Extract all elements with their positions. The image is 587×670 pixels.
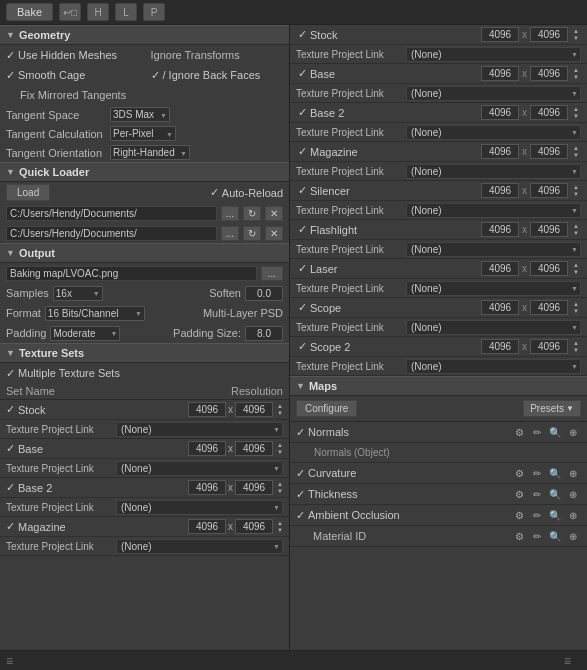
- ao-settings-icon[interactable]: ⚙: [511, 507, 527, 523]
- ts-base2-check[interactable]: ✓ Base 2: [6, 481, 52, 494]
- normals-settings-icon[interactable]: ⚙: [511, 424, 527, 440]
- rp-scope2-check[interactable]: ✓ Scope 2: [298, 340, 350, 353]
- matid-extra-icon[interactable]: ⊕: [565, 528, 581, 544]
- rp-base-check[interactable]: ✓ Base: [298, 67, 335, 80]
- rp-magazine-tpl-select[interactable]: (None): [406, 164, 581, 179]
- rp-laser-check[interactable]: ✓ Laser: [298, 262, 338, 275]
- matid-settings-icon[interactable]: ⚙: [511, 528, 527, 544]
- baking-map-input[interactable]: [6, 266, 257, 281]
- bake-button[interactable]: Bake: [6, 3, 53, 21]
- map-curvature-check[interactable]: ✓ Curvature: [296, 467, 416, 480]
- rp-base2-spinner[interactable]: ▲▼: [573, 106, 579, 120]
- matid-search-icon[interactable]: 🔍: [547, 528, 563, 544]
- bottom-icon-2[interactable]: ≡: [564, 654, 571, 668]
- output-section-header[interactable]: ▼ Output: [0, 243, 289, 263]
- rp-stock-spinner[interactable]: ▲▼: [573, 28, 579, 42]
- samples-select[interactable]: 16x 4x 8x: [53, 286, 103, 301]
- quick-loader-section-header[interactable]: ▼ Quick Loader: [0, 162, 289, 182]
- texture-sets-section-header[interactable]: ▼ Texture Sets: [0, 343, 289, 363]
- ts-magazine-spinner[interactable]: ▲▼: [277, 520, 283, 534]
- rp-magazine-w[interactable]: [481, 144, 519, 159]
- rp-silencer-tpl-select[interactable]: (None): [406, 203, 581, 218]
- rp-stock-check[interactable]: ✓ Stock: [298, 28, 338, 41]
- ql-path2-reload[interactable]: ↻: [243, 226, 261, 241]
- ql-path1-input[interactable]: [6, 206, 217, 221]
- rp-silencer-spinner[interactable]: ▲▼: [573, 184, 579, 198]
- thickness-edit-icon[interactable]: ✏: [529, 486, 545, 502]
- ts-magazine-tpl-select[interactable]: (None): [116, 539, 283, 554]
- ao-search-icon[interactable]: 🔍: [547, 507, 563, 523]
- use-hidden-meshes-check[interactable]: ✓ Use Hidden Meshes: [6, 49, 117, 62]
- rp-magazine-check[interactable]: ✓ Magazine: [298, 145, 358, 158]
- ts-base-h[interactable]: [235, 441, 273, 456]
- rp-scope-check[interactable]: ✓ Scope: [298, 301, 341, 314]
- ql-path2-browse[interactable]: ...: [221, 226, 239, 241]
- rp-magazine-spinner[interactable]: ▲▼: [573, 145, 579, 159]
- normals-extra-icon[interactable]: ⊕: [565, 424, 581, 440]
- rp-scope2-spinner[interactable]: ▲▼: [573, 340, 579, 354]
- rp-base-w[interactable]: [481, 66, 519, 81]
- soften-input[interactable]: [245, 286, 283, 301]
- map-thickness-check[interactable]: ✓ Thickness: [296, 488, 416, 501]
- rp-scope-w[interactable]: [481, 300, 519, 315]
- thickness-extra-icon[interactable]: ⊕: [565, 486, 581, 502]
- ql-path1-reload[interactable]: ↻: [243, 206, 261, 221]
- thickness-search-icon[interactable]: 🔍: [547, 486, 563, 502]
- map-matid-check[interactable]: Material ID: [296, 530, 416, 542]
- rp-flashlight-check[interactable]: ✓ Flashlight: [298, 223, 357, 236]
- rp-stock-w[interactable]: [481, 27, 519, 42]
- curvature-search-icon[interactable]: 🔍: [547, 465, 563, 481]
- rp-base-tpl-select[interactable]: (None): [406, 86, 581, 101]
- ts-base-w[interactable]: [188, 441, 226, 456]
- rp-base2-check[interactable]: ✓ Base 2: [298, 106, 344, 119]
- normals-search-icon[interactable]: 🔍: [547, 424, 563, 440]
- ts-base2-h[interactable]: [235, 480, 273, 495]
- ql-path1-browse[interactable]: ...: [221, 206, 239, 221]
- format-select[interactable]: 16 Bits/Channel 8 Bits/Channel: [45, 306, 145, 321]
- rp-flashlight-tpl-select[interactable]: (None): [406, 242, 581, 257]
- ts-stock-w[interactable]: [188, 402, 226, 417]
- load-button[interactable]: Load: [6, 184, 50, 201]
- rp-scope-tpl-select[interactable]: (None): [406, 320, 581, 335]
- ts-base2-tpl-select[interactable]: (None): [116, 500, 283, 515]
- bottom-icon-1[interactable]: ≡: [6, 654, 13, 668]
- rp-scope-spinner[interactable]: ▲▼: [573, 301, 579, 315]
- rp-base2-w[interactable]: [481, 105, 519, 120]
- curvature-settings-icon[interactable]: ⚙: [511, 465, 527, 481]
- ts-stock-h[interactable]: [235, 402, 273, 417]
- configure-button[interactable]: Configure: [296, 400, 357, 417]
- rp-laser-spinner[interactable]: ▲▼: [573, 262, 579, 276]
- tangent-space-select[interactable]: 3DS Max Maya Unity: [110, 107, 170, 122]
- rp-base2-tpl-select[interactable]: (None): [406, 125, 581, 140]
- ts-stock-check[interactable]: ✓ Stock: [6, 403, 46, 416]
- rp-scope2-tpl-select[interactable]: (None): [406, 359, 581, 374]
- rp-flashlight-w[interactable]: [481, 222, 519, 237]
- ts-base2-spinner[interactable]: ▲▼: [277, 481, 283, 495]
- matid-edit-icon[interactable]: ✏: [529, 528, 545, 544]
- ql-path2-clear[interactable]: ✕: [265, 226, 283, 241]
- padding-select[interactable]: Moderate None Large: [50, 326, 120, 341]
- p-icon[interactable]: P: [143, 3, 165, 21]
- curvature-edit-icon[interactable]: ✏: [529, 465, 545, 481]
- ts-stock-spinner[interactable]: ▲▼: [277, 403, 283, 417]
- rp-silencer-w[interactable]: [481, 183, 519, 198]
- ql-path2-input[interactable]: [6, 226, 217, 241]
- ts-magazine-w[interactable]: [188, 519, 226, 534]
- rp-scope2-w[interactable]: [481, 339, 519, 354]
- geometry-section-header[interactable]: ▼ Geometry: [0, 25, 289, 45]
- rp-silencer-h[interactable]: [530, 183, 568, 198]
- ao-edit-icon[interactable]: ✏: [529, 507, 545, 523]
- smooth-cage-check[interactable]: ✓ Smooth Cage: [6, 69, 85, 82]
- curvature-extra-icon[interactable]: ⊕: [565, 465, 581, 481]
- baking-map-browse[interactable]: ...: [261, 266, 283, 281]
- ts-base2-w[interactable]: [188, 480, 226, 495]
- rp-stock-tpl-select[interactable]: (None): [406, 47, 581, 62]
- rp-scope2-h[interactable]: [530, 339, 568, 354]
- ao-extra-icon[interactable]: ⊕: [565, 507, 581, 523]
- rp-base2-h[interactable]: [530, 105, 568, 120]
- rp-laser-h[interactable]: [530, 261, 568, 276]
- rp-laser-w[interactable]: [481, 261, 519, 276]
- rp-scope-h[interactable]: [530, 300, 568, 315]
- ts-base-tpl-select[interactable]: (None): [116, 461, 283, 476]
- rp-base-spinner[interactable]: ▲▼: [573, 67, 579, 81]
